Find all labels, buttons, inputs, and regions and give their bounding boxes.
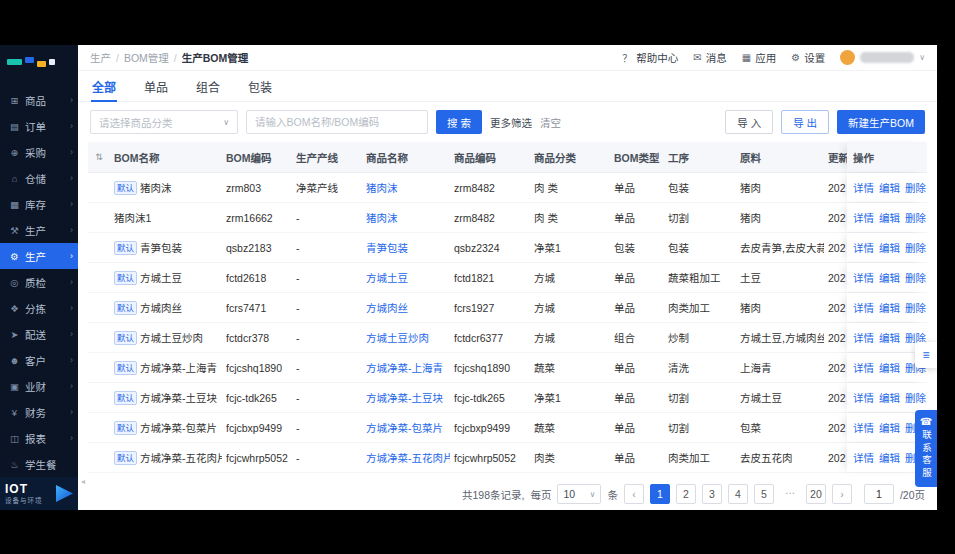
production-line: -: [292, 452, 362, 464]
product-name-link[interactable]: 方城净菜-上海青: [362, 360, 450, 375]
sidebar-item-sorting[interactable]: ❖分拣›: [0, 295, 78, 321]
sidebar-item-purchasing[interactable]: ⊕采购›: [0, 139, 78, 165]
product-name-link[interactable]: 方城土豆炒肉: [362, 330, 450, 345]
import-button[interactable]: 导 入: [725, 110, 773, 134]
breadcrumb-item[interactable]: 生产: [90, 50, 111, 65]
sidebar-item-products[interactable]: ⊞商品›: [0, 87, 78, 113]
edit-link[interactable]: 编辑: [879, 390, 900, 405]
sidebar-item-warehouse[interactable]: ⌂仓储›: [0, 165, 78, 191]
edit-link[interactable]: 编辑: [879, 300, 900, 315]
detail-link[interactable]: 详情: [853, 450, 874, 465]
sidebar-item-finance[interactable]: ¥财务›: [0, 399, 78, 425]
column-header: 商品分类: [530, 150, 610, 165]
edit-link[interactable]: 编辑: [879, 270, 900, 285]
default-badge: 默认: [114, 181, 137, 195]
product-name-link[interactable]: 猪肉沫: [362, 210, 450, 225]
row-actions: 详情编辑删除: [847, 383, 927, 412]
bom-code: zrm803: [222, 182, 292, 194]
tab-single[interactable]: 单品: [143, 71, 169, 101]
app-logo[interactable]: [0, 45, 78, 73]
tab-combo[interactable]: 组合: [195, 71, 221, 101]
clear-button[interactable]: 清空: [540, 115, 561, 130]
bom-name: 方城净菜-五花肉片: [140, 452, 222, 464]
edit-link[interactable]: 编辑: [879, 420, 900, 435]
chevron-right-icon: ›: [70, 147, 73, 157]
header-action-messages[interactable]: ✉消息: [693, 50, 726, 65]
detail-link[interactable]: 详情: [853, 210, 874, 225]
delete-link[interactable]: 删除: [905, 300, 926, 315]
delete-link[interactable]: 删除: [905, 270, 926, 285]
sidebar-item-reports[interactable]: ◫报表›: [0, 425, 78, 451]
create-bom-button[interactable]: 新建生产BOM: [837, 110, 925, 134]
header-action-settings[interactable]: ⚙设置: [791, 50, 825, 65]
sidebar-item-orders[interactable]: ▤订单›: [0, 113, 78, 139]
sort-icon[interactable]: ⇅: [88, 152, 110, 162]
bom-name: 方城净菜-土豆块: [140, 392, 217, 404]
tab-all[interactable]: 全部: [91, 71, 117, 102]
detail-link[interactable]: 详情: [853, 240, 874, 255]
page-size-select[interactable]: 10 ∨: [557, 484, 601, 504]
edit-link[interactable]: 编辑: [879, 450, 900, 465]
product-name-link[interactable]: 猪肉沫: [362, 180, 450, 195]
sidebar-item-quality[interactable]: ◎质检›: [0, 269, 78, 295]
finance-icon: ¥: [8, 407, 21, 418]
page-button[interactable]: 5: [754, 484, 774, 504]
sidebar-item-production-parent[interactable]: ⚒生产›: [0, 217, 78, 243]
sidebar-item-production[interactable]: ⚙生产›: [0, 243, 78, 269]
category-select[interactable]: 请选择商品分类 ∨: [90, 110, 238, 134]
edit-link[interactable]: 编辑: [879, 330, 900, 345]
sidebar-item-customers[interactable]: ☻客户›: [0, 347, 78, 373]
product-category: 蔬菜: [530, 420, 610, 435]
edit-link[interactable]: 编辑: [879, 240, 900, 255]
edit-link[interactable]: 编辑: [879, 180, 900, 195]
page-button[interactable]: 20: [806, 484, 826, 504]
keyword-input[interactable]: [246, 110, 428, 134]
product-name-link[interactable]: 方城肉丝: [362, 300, 450, 315]
page-button[interactable]: 4: [728, 484, 748, 504]
more-filters-button[interactable]: 更多筛选: [490, 115, 532, 130]
edit-link[interactable]: 编辑: [879, 360, 900, 375]
sidebar-item-business-finance[interactable]: ▣业财›: [0, 373, 78, 399]
breadcrumb-item[interactable]: BOM管理: [124, 50, 169, 65]
product-name-link[interactable]: 方城净菜-五花肉片: [362, 450, 450, 465]
detail-link[interactable]: 详情: [853, 390, 874, 405]
header-action-help[interactable]: ？帮助中心: [622, 50, 678, 65]
export-button[interactable]: 导 出: [781, 110, 829, 134]
product-category: 肉 类: [530, 210, 610, 225]
edit-link[interactable]: 编辑: [879, 210, 900, 225]
product-name-link[interactable]: 青笋包装: [362, 240, 450, 255]
page-jump-input[interactable]: [864, 484, 894, 504]
tab-package[interactable]: 包装: [247, 71, 273, 101]
page-button[interactable]: 2: [676, 484, 696, 504]
detail-link[interactable]: 详情: [853, 420, 874, 435]
customer-service-button[interactable]: ☎ 联系客服: [915, 410, 937, 487]
delete-link[interactable]: 删除: [905, 180, 926, 195]
detail-link[interactable]: 详情: [853, 360, 874, 375]
delete-link[interactable]: 删除: [905, 240, 926, 255]
detail-link[interactable]: 详情: [853, 180, 874, 195]
page-button[interactable]: 1: [650, 484, 670, 504]
logo-bar: [25, 57, 34, 63]
delete-link[interactable]: 删除: [905, 390, 926, 405]
quick-panel-button[interactable]: ≡: [915, 342, 937, 368]
detail-link[interactable]: 详情: [853, 270, 874, 285]
delete-link[interactable]: 删除: [905, 210, 926, 225]
bom-code: zrm16662: [222, 212, 292, 224]
page-button[interactable]: 3: [702, 484, 722, 504]
breadcrumb-item: 生产BOM管理: [182, 50, 249, 65]
sidebar-item-delivery[interactable]: ➤配送›: [0, 321, 78, 347]
detail-link[interactable]: 详情: [853, 300, 874, 315]
sidebar-item-student-meals[interactable]: ♨学生餐: [0, 451, 78, 477]
scroll-left-icon[interactable]: ◂: [81, 477, 85, 486]
search-button[interactable]: 搜 索: [436, 110, 482, 134]
product-name-link[interactable]: 方城土豆: [362, 270, 450, 285]
product-name-link[interactable]: 方城净菜-包菜片: [362, 420, 450, 435]
user-menu[interactable]: ∨: [840, 50, 925, 65]
header-action-apps[interactable]: ▦应用: [742, 50, 776, 65]
product-name-link[interactable]: 方城净菜-土豆块: [362, 390, 450, 405]
detail-link[interactable]: 详情: [853, 330, 874, 345]
bom-table: ⇅BOM名称BOM编码生产产线商品名称商品编码商品分类BOM类型工序原料更新时间…: [88, 142, 927, 473]
next-page-button[interactable]: ›: [832, 484, 852, 504]
sidebar-item-inventory[interactable]: ▦库存›: [0, 191, 78, 217]
prev-page-button[interactable]: ‹: [624, 484, 644, 504]
